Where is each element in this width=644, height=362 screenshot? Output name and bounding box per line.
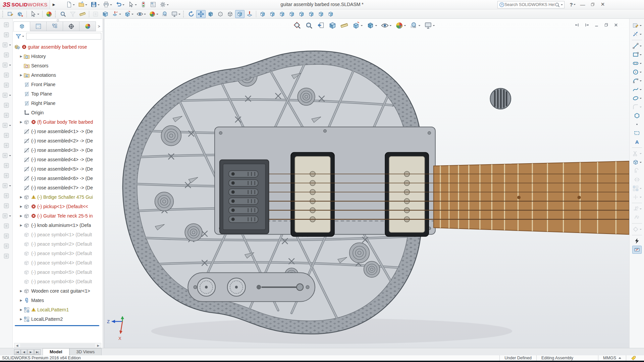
zoom-area-button[interactable]	[304, 21, 314, 30]
trim-entities-button[interactable]	[631, 149, 643, 158]
tree-item[interactable]: (-) rose assembled<7> -> (De	[13, 183, 103, 192]
view-cube-button[interactable]	[235, 10, 245, 18]
help-search-box[interactable]: ?	[497, 1, 565, 8]
select-button[interactable]	[126, 1, 138, 9]
tree-item[interactable]: ▶(-) knob aluminium<1> (Defa	[13, 221, 103, 230]
rollback-bar[interactable]	[15, 325, 99, 326]
tree-item[interactable]: (-) rose assembled<2> -> (De	[13, 136, 103, 145]
tool-button[interactable]	[2, 172, 10, 180]
dock-left-button[interactable]	[573, 21, 581, 28]
tool-button[interactable]	[2, 141, 10, 149]
document-tab-model[interactable]: Model	[43, 348, 69, 355]
rapid-sketch-button[interactable]	[632, 237, 642, 245]
tool-button[interactable]	[2, 71, 10, 79]
ellipse-button[interactable]	[631, 94, 643, 102]
tree-item[interactable]: ▶History	[13, 52, 103, 61]
tree-item[interactable]: Front Plane	[13, 80, 103, 89]
tree-item[interactable]: (-) rose assembled<4> -> (De	[13, 155, 103, 164]
mirror-entities-button[interactable]	[632, 176, 642, 184]
tool-button[interactable]	[2, 222, 10, 230]
toolbar-grip[interactable]	[2, 11, 4, 17]
panel-collapse-button[interactable]: >	[96, 21, 102, 31]
tree-item[interactable]: (-) peace symbol<1> (Default	[13, 230, 103, 239]
spline-button[interactable]	[631, 85, 643, 94]
convert-entities-button[interactable]	[631, 158, 643, 166]
tab-displaymanager[interactable]	[79, 21, 96, 31]
tree-item[interactable]: ▶LocalLPattern2	[13, 314, 103, 324]
quick-snaps-button[interactable]	[631, 225, 643, 233]
repair-sketch-button[interactable]	[632, 214, 642, 222]
tool-button[interactable]	[1, 121, 12, 129]
tab-featuremanager-design-tree[interactable]	[13, 21, 30, 31]
win-restore-button[interactable]	[602, 21, 610, 28]
tool-button[interactable]	[2, 242, 10, 250]
tree-item[interactable]: (-) rose assembled<3> -> (De	[13, 145, 103, 155]
zoom-area-button[interactable]	[58, 10, 68, 18]
display-style-button[interactable]	[365, 21, 378, 30]
tool-button[interactable]	[2, 101, 10, 109]
expand-arrow-icon[interactable]: ▶	[19, 195, 23, 199]
expand-arrow-icon[interactable]: ▶	[19, 214, 23, 218]
print-button[interactable]	[102, 1, 113, 9]
tree-item[interactable]: ▶(-) Guitar Tele neck 25-5 in	[13, 211, 103, 221]
selection-filter-button[interactable]	[68, 10, 77, 18]
tool-button[interactable]	[1, 91, 12, 99]
sketch-fillet-button[interactable]	[631, 103, 643, 111]
tree-item[interactable]: guitar assembly barbed rose	[13, 42, 103, 52]
tool-button[interactable]	[1, 212, 12, 220]
hide-show-button[interactable]	[135, 10, 147, 18]
section-view-button[interactable]	[101, 10, 110, 18]
tree-item[interactable]: (-) rose assembled<1> -> (De	[13, 127, 103, 136]
pan-button[interactable]	[196, 10, 206, 18]
win-minimize-button[interactable]	[593, 21, 600, 28]
expand-arrow-icon[interactable]: ▶	[19, 55, 23, 58]
smart-dimension-button[interactable]	[631, 30, 643, 38]
orientation-button[interactable]	[123, 10, 135, 18]
select-button[interactable]	[29, 10, 41, 18]
tool-button[interactable]	[2, 202, 10, 210]
tool-button[interactable]	[2, 31, 10, 39]
tree-item[interactable]: (-) peace symbol<5> (Default	[13, 267, 103, 277]
edit-appearance-button[interactable]	[44, 10, 54, 18]
tree-item[interactable]: (-) rose assembled<5> -> (De	[13, 164, 103, 174]
measure-button[interactable]	[78, 10, 87, 18]
hide-show-button[interactable]	[379, 21, 393, 30]
options-button[interactable]	[158, 1, 170, 9]
tree-item[interactable]: ▶LocalLPattern1	[13, 305, 103, 314]
point-button[interactable]	[632, 120, 642, 128]
previous-view-button[interactable]	[315, 21, 326, 30]
centerpoint-arc-button[interactable]	[631, 77, 643, 85]
scene-button[interactable]	[408, 21, 422, 30]
cube-hidden-button[interactable]	[216, 10, 225, 18]
panel-resize-handle[interactable]	[57, 19, 59, 21]
tag-button[interactable]	[626, 355, 644, 361]
tool-button[interactable]	[2, 232, 10, 240]
offset-entities-button[interactable]	[632, 167, 642, 175]
orientation-button[interactable]	[351, 21, 364, 30]
move-entities-button[interactable]	[631, 193, 643, 201]
tool-button[interactable]	[1, 61, 12, 69]
toolbar-grip[interactable]	[183, 11, 184, 17]
tree-item[interactable]: (-) peace symbol<2> (Default	[13, 239, 103, 249]
tool-button[interactable]	[1, 152, 12, 160]
tool-button[interactable]	[2, 162, 10, 170]
linear-sketch-pattern-button[interactable]	[632, 129, 642, 137]
tree-item[interactable]: (-) peace symbol<3> (Default	[13, 249, 103, 258]
view-back-button[interactable]	[268, 10, 277, 18]
display-style-button[interactable]	[206, 10, 215, 18]
document-tab-3d-views[interactable]: 3D Views	[69, 348, 102, 355]
section-view-button[interactable]	[327, 21, 338, 30]
search-icon[interactable]	[554, 2, 560, 8]
tree-filter-input[interactable]	[26, 33, 101, 40]
help-button[interactable]: ?	[568, 1, 577, 8]
open-button[interactable]	[77, 1, 89, 9]
line-button[interactable]	[631, 42, 643, 50]
circle-button[interactable]	[631, 68, 643, 76]
normal-to-button[interactable]	[245, 10, 254, 18]
zoom-fit-button[interactable]	[292, 21, 303, 30]
expand-arrow-icon[interactable]: ▶	[19, 120, 23, 124]
scroll-left-icon[interactable]: ◀	[14, 343, 20, 348]
graphics-area[interactable]: Z X	[104, 19, 629, 348]
win-close-button[interactable]	[612, 21, 620, 28]
tab-configurationmanager[interactable]	[47, 21, 63, 31]
